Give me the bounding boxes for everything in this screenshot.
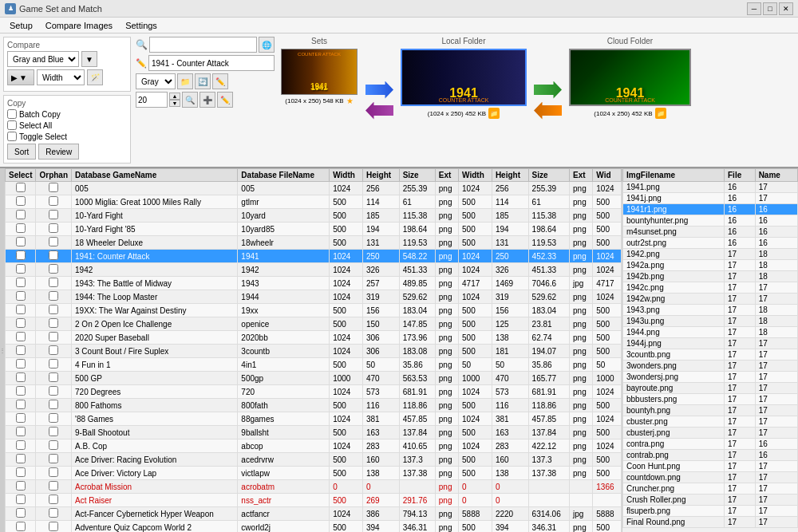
cell-select[interactable] (6, 304, 36, 317)
right-header-name[interactable]: Name (755, 169, 797, 182)
cell-select[interactable] (6, 331, 36, 345)
table-row[interactable]: 1942 1942 1024 326 451.33 png 1024 326 4… (6, 263, 622, 277)
cell-orphan[interactable] (36, 521, 72, 533)
spin-up-button[interactable]: ▲ (169, 93, 180, 100)
orphan-checkbox[interactable] (49, 332, 58, 341)
cloud-folder-image[interactable]: 1941 COUNTER ATTACK (569, 49, 691, 106)
orphan-checkbox[interactable] (49, 427, 58, 436)
cell-orphan[interactable] (36, 209, 72, 223)
cell-orphan[interactable] (36, 439, 72, 453)
width-dropdown[interactable]: Width (37, 69, 85, 85)
row-checkbox[interactable] (16, 400, 26, 409)
table-row[interactable]: 1944: The Loop Master 1944 1024 319 529.… (6, 290, 622, 304)
header-select[interactable]: Select (6, 169, 36, 182)
add-button[interactable]: ➕ (200, 92, 215, 108)
row-checkbox[interactable] (16, 495, 26, 504)
cell-orphan[interactable] (36, 250, 72, 263)
row-checkbox[interactable] (16, 372, 26, 382)
row-checkbox[interactable] (16, 210, 26, 219)
cell-orphan[interactable] (36, 304, 72, 317)
orphan-checkbox[interactable] (49, 481, 58, 491)
search-input[interactable] (149, 37, 257, 53)
cell-orphan[interactable] (36, 385, 72, 399)
table-row[interactable]: 1943: The Battle of Midway 1943 1024 257… (6, 277, 622, 290)
cell-select[interactable] (6, 385, 36, 399)
table-row[interactable]: Ace Driver: Victory Lap victlapw 500 138… (6, 467, 622, 480)
table-row[interactable]: 500 GP 500gp 1000 470 563.53 png 1000 47… (6, 372, 622, 385)
orphan-checkbox[interactable] (49, 223, 58, 233)
orphan-checkbox[interactable] (49, 359, 58, 368)
right-table-row[interactable]: cbuster.png 17 17 (623, 416, 798, 428)
cell-select[interactable] (6, 467, 36, 480)
right-table-row[interactable]: 1942.png 17 18 (623, 249, 798, 260)
cell-select[interactable] (6, 412, 36, 426)
filter-button[interactable]: ▼ (81, 51, 97, 67)
cell-orphan[interactable] (36, 467, 72, 480)
cell-orphan[interactable] (36, 182, 72, 195)
table-row[interactable]: 18 Wheeler Deluxe 18wheelr 500 131 119.5… (6, 236, 622, 250)
right-table-row[interactable]: 3wondersj.png 17 17 (623, 372, 798, 383)
compare-dropdown[interactable]: Gray and Blue (7, 51, 79, 67)
orphan-checkbox[interactable] (49, 386, 58, 396)
row-checkbox[interactable] (16, 305, 26, 314)
right-table-row[interactable]: flsuperb.png 17 17 (623, 506, 798, 517)
row-checkbox[interactable] (16, 467, 26, 477)
right-table-row[interactable]: contra.png 17 16 (623, 439, 798, 450)
right-table-row[interactable]: bayroute.png 17 17 (623, 383, 798, 394)
menu-compare-images[interactable]: Compare Images (39, 19, 119, 32)
table-row[interactable]: 4 Fun in 1 4in1 500 50 35.86 png 50 50 3… (6, 358, 622, 372)
refresh-button[interactable]: 🔄 (195, 73, 211, 89)
search-small-button[interactable]: 🔍 (182, 92, 198, 108)
header-size1[interactable]: Size (399, 169, 435, 182)
header-ext2[interactable]: Ext (570, 169, 593, 182)
row-checkbox[interactable] (16, 427, 26, 436)
right-table-row[interactable]: bountyhunter.png 16 16 (623, 215, 798, 227)
row-checkbox[interactable] (16, 196, 26, 206)
cell-orphan[interactable] (36, 345, 72, 358)
orphan-checkbox[interactable] (49, 196, 58, 206)
row-checkbox[interactable] (16, 291, 26, 301)
cell-select[interactable] (6, 195, 36, 209)
cell-select[interactable] (6, 277, 36, 290)
search-result-input[interactable] (148, 55, 275, 71)
orphan-checkbox[interactable] (49, 454, 58, 463)
right-table-row[interactable]: countdown.png 17 17 (623, 472, 798, 483)
cell-orphan[interactable] (36, 331, 72, 345)
cell-orphan[interactable] (36, 507, 72, 521)
play-button[interactable]: ▶ ▼ (7, 69, 34, 85)
right-table-row[interactable]: 1943.png 17 18 (623, 305, 798, 316)
header-orphan[interactable]: Orphan (36, 169, 72, 182)
right-table-row[interactable]: 1942c.png 17 17 (623, 282, 798, 294)
table-row[interactable]: 005 005 1024 256 255.39 png 1024 256 255… (6, 182, 622, 195)
cell-orphan[interactable] (36, 195, 72, 209)
right-table-row[interactable]: cbusterj.png 17 17 (623, 428, 798, 439)
cell-select[interactable] (6, 521, 36, 533)
orphan-checkbox[interactable] (49, 278, 58, 287)
header-file-name[interactable]: Database FileName (238, 169, 330, 182)
wand-button[interactable]: 🪄 (87, 69, 103, 85)
orphan-checkbox[interactable] (49, 264, 58, 274)
right-table-row[interactable]: contrab.png 17 16 (623, 450, 798, 461)
cell-select[interactable] (6, 453, 36, 467)
right-table-row[interactable]: 1944.png 17 18 (623, 327, 798, 338)
cell-select[interactable] (6, 236, 36, 250)
table-row[interactable]: 1941: Counter Attack 1941 1024 250 548.2… (6, 250, 622, 263)
orphan-checkbox[interactable] (49, 183, 58, 192)
row-checkbox[interactable] (16, 345, 26, 355)
cell-orphan[interactable] (36, 480, 72, 494)
row-checkbox[interactable] (16, 237, 26, 246)
maximize-button[interactable]: □ (763, 2, 777, 15)
menu-settings[interactable]: Settings (119, 19, 164, 32)
right-table-row[interactable]: m4sunset.png 16 16 (623, 227, 798, 238)
cell-select[interactable] (6, 223, 36, 236)
table-row[interactable]: 19XX: The War Against Destiny 19xx 500 1… (6, 304, 622, 317)
right-table-row[interactable]: 3countb.png 17 17 (623, 349, 798, 361)
orphan-checkbox[interactable] (49, 522, 58, 531)
header-game-name[interactable]: Database GameName (72, 169, 238, 182)
gray-dropdown[interactable]: Gray (136, 73, 176, 89)
row-checkbox[interactable] (16, 359, 26, 368)
sort-button[interactable]: Sort (7, 144, 36, 160)
cell-select[interactable] (6, 372, 36, 385)
cell-select[interactable] (6, 250, 36, 263)
cell-orphan[interactable] (36, 358, 72, 372)
